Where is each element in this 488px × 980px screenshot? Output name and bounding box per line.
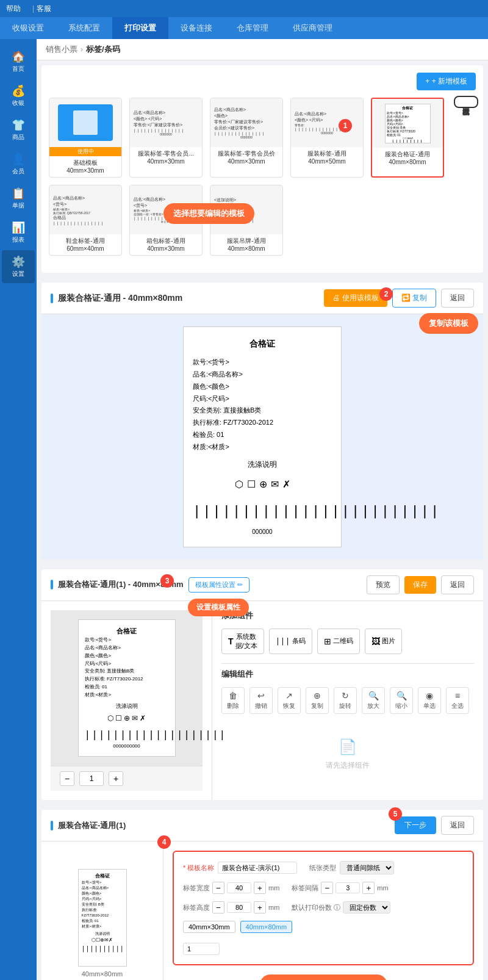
top-bar: 帮助 | 客服	[0, 0, 488, 17]
redo-label: 恢复	[283, 702, 295, 710]
template-label-basic: 基础模板40mm×30mm	[49, 156, 121, 177]
label-width-minus[interactable]: −	[212, 882, 224, 894]
section2-header: 服装合格证-通用 - 40mm×80mm 🖨 使用该模板 🔁 复制 返回	[41, 283, 483, 314]
label-gap-field: 标签间隔 − + mm	[292, 882, 388, 894]
use-template-button[interactable]: 🖨 使用该模板	[324, 289, 387, 307]
template-card-tag3[interactable]: 品名:<商品名称> <颜色> <尺码> 零售价: |||||||||||||||…	[290, 98, 364, 178]
breadcrumb: 销售小票 › 标签/条码	[37, 39, 488, 60]
template-preview-tag2: 品名:<商品名称> <颜色> 零售价:<厂家建议零售价> 会员价:<建议零售价>…	[210, 98, 282, 147]
zoom-out-button[interactable]: 🔍 缩小	[390, 687, 413, 714]
empty-hint: 📄 请先选择组件	[221, 738, 474, 771]
copy-component-button[interactable]: ⊕ 复制	[306, 687, 329, 714]
template-attr-button[interactable]: 模板属性设置 ✏	[188, 577, 249, 593]
wash-title: 洗涤说明	[193, 458, 332, 472]
editor-section: 服装合格证-通用(1) - 40mm×80mm 模板属性设置 ✏ 预览 保存 返…	[41, 569, 483, 801]
label-height-plus[interactable]: +	[254, 901, 266, 913]
sidebar-shezhı-label: 设置	[12, 270, 24, 278]
sidebar-item-shouyın[interactable]: 💰 收银	[2, 79, 35, 112]
canvas-field-1: 品名:<商品名称>	[85, 644, 169, 652]
barcode-label: 条码	[292, 636, 306, 646]
tab-shebeilianjie[interactable]: 设备连接	[168, 17, 224, 39]
add-barcode-button[interactable]: ||| 条码	[269, 629, 313, 654]
default-print-label: 默认打印份数 ⓘ	[292, 903, 340, 912]
label-height-minus[interactable]: −	[212, 901, 224, 913]
section1-header: + 新增模板	[49, 73, 476, 90]
sidebar-item-huiyuan[interactable]: 👤 会员	[2, 148, 35, 181]
tab-shouyinshezhı[interactable]: 收银设置	[0, 17, 56, 39]
template-card-tag1[interactable]: 品名:<商品名称> <颜色> <尺码> 零售价:<厂家建议零售价> ||||||…	[129, 98, 203, 178]
delete-component-button[interactable]: 🗑 删除	[221, 687, 245, 714]
label-gap-minus[interactable]: −	[321, 882, 333, 894]
single-select-button[interactable]: ◉ 单选	[418, 687, 441, 714]
section4-back-button[interactable]: 返回	[441, 816, 474, 835]
preset-40x80-button[interactable]: 40mm×80mm	[240, 921, 293, 933]
preview-button[interactable]: 预览	[367, 575, 400, 594]
template-preview-basic	[49, 98, 121, 147]
next-step-button[interactable]: 下一步	[395, 816, 436, 834]
label-gap-plus[interactable]: +	[362, 882, 375, 894]
rotate-icon: ↻	[342, 691, 349, 701]
paper-type-label: 纸张类型	[309, 863, 336, 873]
print-count-input[interactable]	[183, 943, 220, 955]
template-card-basic[interactable]: 使用中 基础模板40mm×30mm	[49, 98, 122, 178]
default-print-select[interactable]: 固定份数	[343, 901, 390, 913]
editor-layout: 合格证 款号:<货号> 品名:<商品名称> 颜色:<颜色> 尺码:<尺码> 安全…	[41, 601, 483, 801]
template-detail-section: 服装合格证-通用 - 40mm×80mm 🖨 使用该模板 🔁 复制 返回 合格证…	[41, 283, 483, 560]
sidebar-item-shezhı[interactable]: ⚙️ 设置	[2, 250, 35, 283]
preset-40x30-button[interactable]: 40mm×30mm	[183, 921, 235, 933]
service-link[interactable]: 客服	[37, 4, 51, 14]
tab-gongyingshang[interactable]: 供应商管理	[281, 17, 345, 39]
template-card-cert[interactable]: 合格证 款号:<货号> 品名:<商品名称> 颜色:<颜色> 尺码:<尺码> 安全…	[371, 98, 444, 178]
section3-back-button[interactable]: 返回	[441, 575, 474, 594]
cert-field-6: 检验员: 01	[193, 429, 332, 441]
label-height-input[interactable]	[227, 902, 251, 913]
canvas-area: 合格证 款号:<货号> 品名:<商品名称> 颜色:<颜色> 尺码:<尺码> 安全…	[51, 610, 203, 766]
sidebar-item-baobiao[interactable]: 📊 报表	[2, 216, 35, 249]
breadcrumb-link[interactable]: 销售小票	[46, 44, 77, 55]
template-list-section: + 新增模板 使用中 基础模板40mm×30mm	[41, 65, 483, 273]
sidebar-item-danju[interactable]: 📋 单据	[2, 182, 35, 215]
copy-icon: ⊕	[314, 691, 321, 701]
label-gap-input[interactable]	[336, 882, 360, 893]
tab-cangkuguanli[interactable]: 仓库管理	[224, 17, 281, 39]
template-name-input[interactable]	[218, 862, 297, 874]
canvas-field-2: 颜色:<颜色>	[85, 652, 169, 660]
section2-back-button[interactable]: 返回	[441, 289, 474, 308]
label-height-field: 标签高度 − + mm	[183, 901, 279, 913]
redo-button[interactable]: ↗ 恢复	[278, 687, 301, 714]
canvas-wash-title: 洗涤说明	[85, 702, 169, 710]
save-button[interactable]: 保存	[404, 576, 436, 594]
zoom-in-button[interactable]: 🔍 放大	[362, 687, 385, 714]
zoom-input[interactable]	[79, 771, 104, 786]
canvas-cert-title: 合格证	[85, 626, 169, 637]
tab-xitongpeizhi[interactable]: 系统配置	[56, 17, 112, 39]
sidebar-danju-label: 单据	[12, 201, 24, 210]
barcode-icon: |||	[276, 637, 291, 646]
sidebar-item-shangpin[interactable]: 👕 商品	[2, 113, 35, 146]
add-qrcode-button[interactable]: ⊞ 二维码	[317, 629, 360, 654]
rotate-button[interactable]: ↻ 旋转	[334, 687, 357, 714]
canvas-wash-icons: ⬡☐⊕✉✗	[85, 713, 169, 724]
undo-button[interactable]: ↩ 撤销	[249, 687, 273, 714]
breadcrumb-sep: ›	[81, 45, 83, 54]
cert-field-4: 安全类别: 直接接触B类	[193, 405, 332, 417]
bottom-callout: 可以编辑模板名称和打印参数	[260, 975, 387, 980]
add-image-button[interactable]: 🖼 图片	[365, 629, 402, 654]
copy-template-button[interactable]: 🔁 复制	[392, 289, 436, 308]
label-width-plus[interactable]: +	[254, 882, 266, 894]
zoom-minus-button[interactable]: −	[60, 771, 74, 786]
cert-barcode: |||||||||||||||||||||||||	[193, 499, 332, 523]
label-width-input[interactable]	[227, 882, 251, 893]
sidebar-item-home[interactable]: 🏠 首页	[2, 45, 35, 78]
select-all-button[interactable]: ≡ 全选	[446, 687, 469, 714]
section4-form-area: 4 * 模板名称 纸张类型 普通间隙纸	[163, 841, 483, 980]
tab-dayinshezhı[interactable]: 打印设置	[112, 17, 168, 39]
template-card-tag2[interactable]: 品名:<商品名称> <颜色> 零售价:<厂家建议零售价> 会员价:<建议零售价>…	[210, 98, 283, 178]
zoom-plus-button[interactable]: +	[109, 771, 123, 786]
template-card-shoe[interactable]: 品名:<商品名称> <货号> 材质:<材质> 执行标准: QB/T22758-2…	[49, 185, 122, 256]
help-link[interactable]: 帮助	[6, 4, 21, 14]
component-panel: 添加组件 T 系统数据/文本 ||| 条码 ⊞ 二维码	[212, 601, 483, 801]
paper-type-select[interactable]: 普通间隙纸	[340, 861, 394, 874]
add-template-button[interactable]: + 新增模板	[417, 73, 476, 90]
add-text-button[interactable]: T 系统数据/文本	[221, 629, 264, 654]
